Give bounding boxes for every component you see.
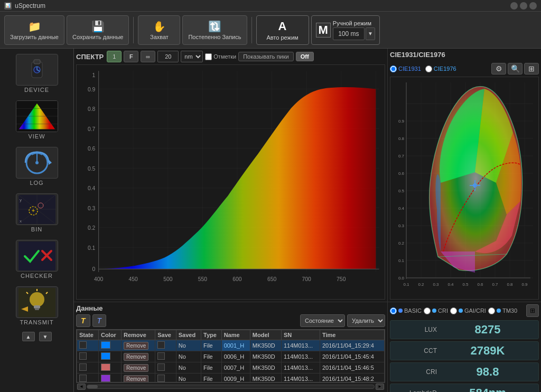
remove-button[interactable]: Remove <box>124 364 148 372</box>
scrollbar-track[interactable] <box>87 385 375 389</box>
marks-checkbox[interactable] <box>205 53 212 60</box>
time-arrow-button[interactable]: ▼ <box>366 27 375 40</box>
state-cell <box>77 351 99 362</box>
svg-text:0.7: 0.7 <box>88 126 95 133</box>
basic-tab[interactable]: BASIC <box>390 304 422 317</box>
gaicri-tab[interactable]: GAI/CRI <box>450 304 486 317</box>
spectrum-btn-inf[interactable]: ∞ <box>141 51 155 62</box>
data-table-container[interactable]: State Color Remove Save Saved Type Name … <box>76 329 385 382</box>
sidebar-item-device[interactable]: DEVICE <box>5 51 69 96</box>
state-checkbox[interactable] <box>79 363 87 371</box>
color-cell <box>98 340 121 351</box>
close-btn[interactable] <box>529 2 537 10</box>
lux-value: 8275 <box>441 323 534 337</box>
state-checkbox[interactable] <box>79 352 87 360</box>
cie1976-radio[interactable] <box>425 66 432 72</box>
gradual-icon: 🔃 <box>208 20 221 33</box>
load-data-button[interactable]: 📁 Загрузить данные <box>4 15 64 45</box>
basic-radio[interactable] <box>390 307 397 314</box>
lambda-value: 584nm <box>441 386 534 392</box>
scroll-right-btn[interactable]: ► <box>376 384 384 390</box>
cie-zoom-button[interactable]: 🔍 <box>508 63 523 74</box>
sidebar-item-checker[interactable]: CHECKER <box>5 237 69 282</box>
remove-cell: Remove <box>122 351 155 362</box>
sidebar-down-button[interactable]: ▼ <box>39 332 52 341</box>
svg-text:700: 700 <box>302 275 311 282</box>
cie-settings-button[interactable]: ⚙ <box>491 63 506 74</box>
spectrum-value-input[interactable] <box>157 51 179 62</box>
remove-button[interactable]: Remove <box>124 353 148 361</box>
sidebar-item-log[interactable]: LOG <box>5 144 69 189</box>
main-area: DEVICE <box>0 49 541 392</box>
cri-label: CRI <box>438 307 448 314</box>
model-cell: MK350D <box>250 362 281 374</box>
state-select[interactable]: Состояние <box>300 314 345 327</box>
svg-text:0.6: 0.6 <box>88 145 95 152</box>
scrollbar-thumb[interactable] <box>87 385 98 388</box>
save-checkbox[interactable] <box>157 352 165 360</box>
cie1976-option[interactable]: CIE1976 <box>425 66 456 72</box>
table-row[interactable]: Remove No File 0006_H MK350D 114M013... … <box>77 351 385 362</box>
svg-text:0.2: 0.2 <box>88 225 95 231</box>
cie1931-radio[interactable] <box>390 66 397 72</box>
capture-button[interactable]: ✋ Захват <box>138 15 180 45</box>
spectrum-btn-f[interactable]: F <box>124 51 138 62</box>
sn-cell: 114M013... <box>281 362 320 374</box>
show-peaks-button[interactable]: Показывать пики <box>238 52 294 61</box>
maximize-btn[interactable] <box>520 2 527 10</box>
delete-select[interactable]: Удалить <box>347 314 385 327</box>
data-table-body: Remove No File 0001_H MK350D 114M013... … <box>77 340 385 383</box>
name-cell: 0006_H <box>221 351 250 362</box>
sidebar-item-bin[interactable]: x y + BIN <box>5 190 69 236</box>
cri-radio[interactable] <box>424 307 431 314</box>
minimize-btn[interactable] <box>510 2 518 10</box>
gradual-button[interactable]: 🔃 Постепенно Запись <box>182 15 247 45</box>
tm30-tab[interactable]: TM30 <box>488 304 517 317</box>
content-area: СПЕКТР 1 F ∞ nm Отметки <box>74 49 541 392</box>
table-row[interactable]: Remove No File 0001_H MK350D 114M013... … <box>77 340 385 351</box>
gaicri-radio[interactable] <box>450 307 457 314</box>
remove-button[interactable]: Remove <box>124 375 148 383</box>
scroll-left-btn[interactable]: ◄ <box>77 384 86 390</box>
table-row[interactable]: Remove No File 0009_H MK350D 114M013... … <box>77 374 385 383</box>
sidebar-item-view[interactable]: VIEW <box>5 97 69 143</box>
gaicri-label: GAI/CRI <box>464 307 486 314</box>
color-swatch <box>101 341 110 349</box>
transmit-icon <box>16 286 58 318</box>
tm30-radio[interactable] <box>488 307 495 314</box>
device-icon <box>16 54 58 86</box>
app-icon: 📊 <box>4 2 12 10</box>
cie-grid-button[interactable]: ⊞ <box>524 63 539 74</box>
state-checkbox[interactable] <box>79 375 87 382</box>
meas-grid-button[interactable]: ⊞ <box>526 304 539 317</box>
save-checkbox[interactable] <box>157 375 165 382</box>
manual-mode-button[interactable]: M Ручной режим ▼ <box>311 15 380 45</box>
spectrum-btn-1[interactable]: 1 <box>107 51 122 62</box>
sidebar-up-button[interactable]: ▲ <box>22 332 35 341</box>
svg-marker-11 <box>49 160 52 165</box>
cri-tab[interactable]: CRI <box>424 304 448 317</box>
cie1931-option[interactable]: CIE1931 <box>390 66 421 72</box>
sidebar-item-transmit[interactable]: TRANSMIT <box>5 283 69 329</box>
type-cell: File <box>201 362 222 374</box>
basic-label: BASIC <box>404 307 422 314</box>
spectrum-select[interactable]: nm <box>181 51 203 62</box>
save-checkbox[interactable] <box>157 363 165 371</box>
remove-button[interactable]: Remove <box>124 342 148 350</box>
bold-text-button[interactable]: T <box>76 314 90 327</box>
state-checkbox[interactable] <box>79 341 87 349</box>
state-cell <box>77 340 99 351</box>
time-cell: 2016/11/04_15:45:4 <box>320 351 385 362</box>
cie-controls: CIE1931 CIE1976 ⚙ 🔍 ⊞ <box>390 63 539 74</box>
table-row[interactable]: Remove No File 0007_H MK350D 114M013... … <box>77 362 385 374</box>
sn-cell: 114M013... <box>281 340 320 351</box>
save-data-button[interactable]: 💾 Сохранить данные <box>67 15 129 45</box>
time-input[interactable] <box>333 27 365 40</box>
cri-meas-label: CRI <box>395 368 437 376</box>
svg-text:0.5: 0.5 <box>398 189 405 193</box>
save-label: Сохранить данные <box>72 34 123 40</box>
off-button[interactable]: Off <box>296 52 314 61</box>
save-checkbox[interactable] <box>157 341 165 349</box>
auto-mode-button[interactable]: A Авто режим <box>256 15 309 45</box>
italic-text-button[interactable]: T <box>92 314 107 327</box>
